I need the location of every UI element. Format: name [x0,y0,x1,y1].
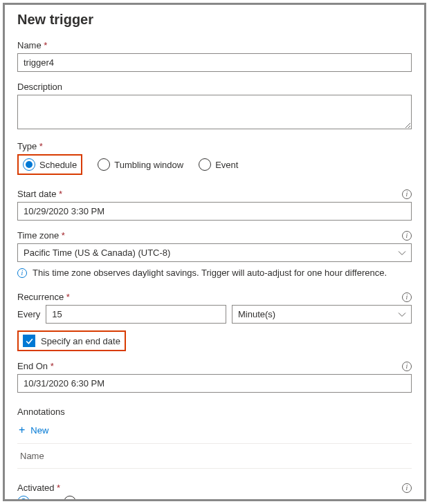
radio-label: Yes [34,497,48,502]
checkbox-checked-icon [23,335,35,347]
annotations-new-button[interactable]: + New [17,420,50,440]
radio-icon [98,158,110,171]
recurrence-every-input[interactable] [46,305,226,324]
recurrence-row: Every Minute(s) [17,305,412,324]
info-icon[interactable]: i [402,189,412,199]
recurrence-unit-wrap: Minute(s) [232,305,412,324]
description-label: Description [17,82,412,92]
annotations-col-name: Name [20,451,44,461]
info-icon[interactable]: i [402,362,412,371]
type-label: Type [17,141,412,151]
annotations-field: Annotations + New Name [17,407,412,469]
type-radio-tumbling[interactable]: Tumbling window [98,158,183,171]
annotations-table-header: Name [17,443,412,469]
new-trigger-panel: New trigger Name Description Type Schedu… [3,3,426,501]
specify-end-label: Specify an end date [41,336,120,346]
recurrence-field: Recurrence i Every Minute(s) Specify an … [17,292,412,351]
type-field: Type Schedule Tumbling window Event [17,141,412,175]
start-date-field: Start date i [17,189,412,221]
info-icon: i [17,268,27,278]
specify-end-checkbox-row[interactable]: Specify an end date [23,335,120,347]
activated-radio-group: Yes No [17,496,412,501]
radio-label: No [80,497,92,502]
annotations-label: Annotations [17,407,412,417]
recurrence-every-label: Every [17,309,40,319]
type-radio-event[interactable]: Event [199,158,238,171]
end-on-field: End On i [17,361,412,393]
end-on-label: End On [17,361,54,371]
radio-label: Event [215,160,238,170]
name-field: Name [17,40,412,72]
time-zone-info-text: This time zone observes daylight savings… [33,268,387,278]
description-field: Description [17,82,412,131]
time-zone-select-wrap: Pacific Time (US & Canada) (UTC-8) [17,243,412,262]
type-radio-group: Schedule Tumbling window Event [17,154,412,175]
name-label: Name [17,40,412,50]
specify-end-highlight: Specify an end date [17,330,126,351]
time-zone-select[interactable]: Pacific Time (US & Canada) (UTC-8) [17,243,412,262]
info-icon[interactable]: i [402,483,412,493]
type-radio-schedule[interactable]: Schedule [23,158,77,171]
time-zone-info: i This time zone observes daylight savin… [17,268,412,278]
annotations-new-label: New [30,425,48,436]
radio-icon [64,496,76,501]
radio-label: Tumbling window [114,160,183,170]
start-date-label: Start date [17,189,62,199]
end-on-input[interactable] [17,374,412,393]
radio-icon [23,158,35,171]
panel-title: New trigger [17,12,412,28]
activated-label: Activated [17,483,60,493]
time-zone-label: Time zone [17,230,65,241]
radio-icon [199,158,211,171]
time-zone-field: Time zone i Pacific Time (US & Canada) (… [17,230,412,278]
info-icon[interactable]: i [402,231,412,241]
recurrence-unit-select[interactable]: Minute(s) [232,305,412,324]
type-schedule-highlight: Schedule [17,154,82,175]
radio-label: Schedule [39,160,77,170]
activated-field: Activated i Yes No [17,483,412,501]
radio-icon [17,496,30,501]
start-date-input[interactable] [17,202,412,221]
plus-icon: + [19,424,25,436]
activated-radio-no[interactable]: No [64,496,92,501]
recurrence-label: Recurrence [17,292,70,302]
activated-radio-yes[interactable]: Yes [17,496,48,501]
name-input[interactable] [17,53,412,72]
description-input[interactable] [17,95,412,129]
info-icon[interactable]: i [402,292,412,302]
